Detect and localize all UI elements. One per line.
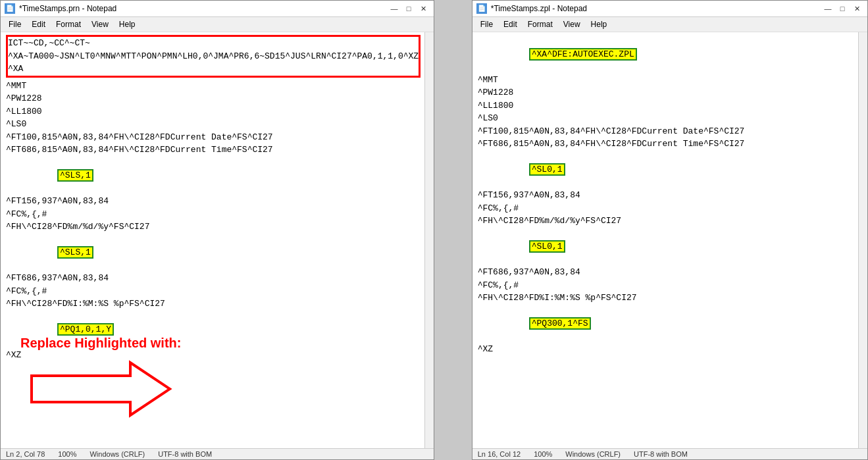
right-line-13: ^FT686,937^A0N,83,84 xyxy=(478,266,853,279)
left-status-bar: Ln 2, Col 78 100% Windows (CRLF) UTF-8 w… xyxy=(1,448,434,459)
left-line-4: ^MMT xyxy=(6,80,419,93)
right-line-16: ^PQ300,1^FS xyxy=(478,305,853,344)
right-editor-container: ^XA^DFE:AUTOEXEC.ZPL ^MMT ^PW1228 ^LL180… xyxy=(472,32,867,448)
right-line-3: ^PW1228 xyxy=(478,86,853,99)
right-notepad-window: 📄 *TimeStamps.zpl - Notepad — □ ✕ File E… xyxy=(472,0,868,460)
left-line-10: ^SLS,1 xyxy=(6,157,419,195)
left-pq-highlight: ^PQ1,0,1,Y xyxy=(57,323,114,336)
right-menu-edit[interactable]: Edit xyxy=(498,18,523,30)
right-line-1: ^XA^DFE:AUTOEXEC.ZPL xyxy=(478,35,853,74)
left-line-6: ^LL1800 xyxy=(6,105,419,118)
left-line-9: ^FT686,815^A0N,83,84^FH\^CI28^FDCurrent … xyxy=(6,143,419,157)
right-menu-bar: File Edit Format View Help xyxy=(472,17,867,32)
left-status-zoom: 100% xyxy=(58,450,76,458)
right-window-title: *TimeStamps.zpl - Notepad xyxy=(491,4,587,13)
right-status-bar: Ln 16, Col 12 100% Windows (CRLF) UTF-8 … xyxy=(472,448,867,459)
right-line-10: ^FC%,{,# xyxy=(478,202,853,215)
right-sl01-highlight-1: ^SL0,1 xyxy=(529,163,565,176)
right-line-7: ^FT686,815^A0N,83,84^FH\^CI28^FDCurrent … xyxy=(478,138,853,151)
right-minimize-btn[interactable]: — xyxy=(821,3,834,14)
left-app-icon: 📄 xyxy=(5,3,15,14)
right-menu-view[interactable]: View xyxy=(558,18,586,30)
right-menu-file[interactable]: File xyxy=(475,18,498,30)
right-line-15: ^FH\^CI28^FD%I:%M:%S %p^FS^CI27 xyxy=(478,292,853,305)
left-window-title: *TimeStamps.prn - Notepad xyxy=(19,4,116,13)
right-status-position: Ln 16, Col 12 xyxy=(478,450,521,458)
right-maximize-btn[interactable]: □ xyxy=(836,3,849,14)
right-pq-highlight: ^PQ300,1^FS xyxy=(529,317,591,330)
right-app-icon: 📄 xyxy=(476,3,487,14)
left-line-15: ^FT686,937^A0N,83,84 xyxy=(6,272,419,285)
right-menu-format[interactable]: Format xyxy=(523,18,558,30)
right-window-controls: — □ ✕ xyxy=(821,3,863,14)
left-line-11: ^FT156,937^A0N,83,84 xyxy=(6,195,419,208)
annotation-arrow xyxy=(25,356,176,422)
left-editor-container: ICT~~CD,~CC^~CT~ ^XA~TA000~JSN^LT0^MNW^M… xyxy=(1,32,434,448)
right-line-5: ^LS0 xyxy=(478,112,853,125)
left-line-2: ^XA~TA000~JSN^LT0^MNW^MTT^PON^PMN^LH0,0^… xyxy=(8,50,419,63)
right-menu-help[interactable]: Help xyxy=(586,18,613,30)
left-menu-bar: File Edit Format View Help xyxy=(1,17,434,32)
svg-marker-0 xyxy=(32,363,170,415)
left-line-16: ^FC%,{,# xyxy=(6,285,419,298)
right-line-4: ^LL1800 xyxy=(478,99,853,113)
right-editor-content[interactable]: ^XA^DFE:AUTOEXEC.ZPL ^MMT ^PW1228 ^LL180… xyxy=(472,32,858,448)
left-menu-help[interactable]: Help xyxy=(114,18,141,30)
right-xadfe-highlight: ^XA^DFE:AUTOEXEC.ZPL xyxy=(529,48,637,61)
left-line-7: ^LS0 xyxy=(6,118,419,131)
right-line-8: ^SL0,1 xyxy=(478,151,853,190)
right-status-encoding: UTF-8 with BOM xyxy=(634,450,688,458)
left-editor-content[interactable]: ICT~~CD,~CC^~CT~ ^XA~TA000~JSN^LT0^MNW^M… xyxy=(1,32,424,448)
left-scrollbar[interactable] xyxy=(424,32,434,448)
left-sls1-highlight-2: ^SLS,1 xyxy=(57,246,93,259)
left-menu-file[interactable]: File xyxy=(3,18,26,30)
left-line-5: ^PW1228 xyxy=(6,92,419,105)
left-menu-view[interactable]: View xyxy=(86,18,114,30)
annotation-text: Replace Highlighted with: xyxy=(20,336,181,351)
left-line-1: ICT~~CD,~CC^~CT~ xyxy=(8,37,419,50)
left-line-17: ^FH\^CI28^FD%I:%M:%S %p^FS^CI27 xyxy=(6,297,419,311)
right-status-lineending: Windows (CRLF) xyxy=(565,450,621,458)
left-status-position: Ln 2, Col 78 xyxy=(6,450,45,458)
right-line-14: ^FC%,{,# xyxy=(478,279,853,292)
right-line-11: ^FH\^CI28^FD%m/%d/%y^FS^CI27 xyxy=(478,215,853,228)
left-menu-edit[interactable]: Edit xyxy=(26,18,51,30)
right-sl01-highlight-2: ^SL0,1 xyxy=(529,240,565,253)
left-line-12: ^FC%,{,# xyxy=(6,208,419,221)
left-line-14: ^SLS,1 xyxy=(6,234,419,272)
annotation-overlay: Replace Highlighted with: xyxy=(20,336,181,422)
right-scrollbar[interactable] xyxy=(858,32,867,448)
right-title-bar: 📄 *TimeStamps.zpl - Notepad — □ ✕ xyxy=(472,1,867,17)
left-status-lineending: Windows (CRLF) xyxy=(89,450,145,458)
right-close-btn[interactable]: ✕ xyxy=(850,3,863,14)
left-minimize-btn[interactable]: — xyxy=(388,3,401,14)
left-window-controls: — □ ✕ xyxy=(388,3,430,14)
left-line-8: ^FT100,815^A0N,83,84^FH\^CI28^FDCurrent … xyxy=(6,131,419,144)
right-line-17: ^XZ xyxy=(478,343,853,356)
right-line-9: ^FT156,937^A0N,83,84 xyxy=(478,189,853,202)
right-line-6: ^FT100,815^A0N,83,84^FH\^CI28^FDCurrent … xyxy=(478,125,853,138)
left-maximize-btn[interactable]: □ xyxy=(402,3,415,14)
left-sls1-highlight-1: ^SLS,1 xyxy=(57,169,93,182)
left-status-encoding: UTF-8 with BOM xyxy=(158,450,212,458)
left-line-3: ^XA xyxy=(8,63,419,76)
left-menu-format[interactable]: Format xyxy=(51,18,86,30)
left-title-bar: 📄 *TimeStamps.prn - Notepad — □ ✕ xyxy=(1,1,434,17)
left-close-btn[interactable]: ✕ xyxy=(417,3,430,14)
left-line-13: ^FH\^CI28^FD%m/%d/%y^FS^CI27 xyxy=(6,220,419,234)
left-notepad-window: 📄 *TimeStamps.prn - Notepad — □ ✕ File E… xyxy=(0,0,434,460)
left-red-box-top: ICT~~CD,~CC^~CT~ ^XA~TA000~JSN^LT0^MNW^M… xyxy=(6,35,421,78)
right-status-zoom: 100% xyxy=(534,450,552,458)
right-line-2: ^MMT xyxy=(478,74,853,87)
right-line-12: ^SL0,1 xyxy=(478,228,853,267)
window-gap xyxy=(434,0,453,460)
